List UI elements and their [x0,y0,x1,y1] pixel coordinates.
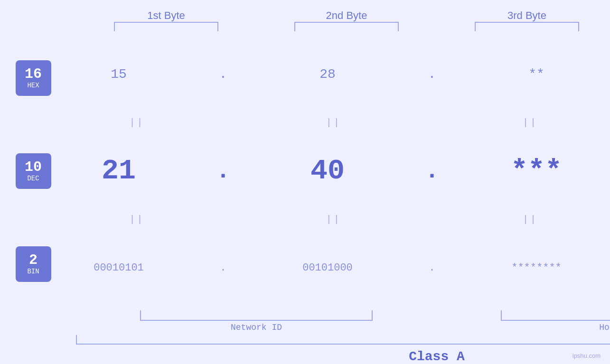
col-header-3: 3rd Byte [475,9,579,22]
bin-badge: 2 BIN [16,246,51,282]
column-headers-row: 1st Byte 2nd Byte 3rd Byte 4th Byte [0,0,610,22]
data-rows: 15 . 28 . ** . ** [66,31,610,310]
dec-badge: 10 DEC [16,153,51,189]
dec-dot-2: . [380,158,484,185]
sep-dec-bin: || || || || [66,214,610,225]
hex-dot-3: . [589,67,610,82]
class-label-container: Class A [76,349,610,364]
rows-section: 16 HEX 10 DEC 2 BIN 15 . [0,31,610,310]
hex-cell-3: ** [484,67,589,82]
bin-cell-2: 00101000 [275,262,380,274]
col-header-1: 1st Byte [114,9,218,22]
hex-dot-2: . [380,67,484,82]
bottom-brackets [76,310,610,321]
dec-cell-3: *** [484,155,589,187]
top-bracket-1 [114,22,218,31]
eq-2: || [282,117,386,128]
dec-dot-1: . [171,158,275,185]
network-id-bracket [140,310,373,321]
bin-cell-3: ******** [484,262,589,274]
eq-3: || [478,117,582,128]
top-brackets [0,22,610,31]
hex-cell-1: 15 [66,67,171,82]
top-bracket-3 [475,22,579,31]
dec-cell-1: 21 [66,155,171,187]
dec-row: 21 . 40 . *** . *** [66,128,610,214]
host-id-label: Host ID [501,323,610,332]
eq-6: || [282,214,386,225]
bottom-section: Network ID Host ID Class A [0,310,610,364]
top-bracket-2 [294,22,399,31]
hex-badge: 16 HEX [16,60,51,96]
hex-dot-1: . [171,67,275,82]
sep-hex-dec: || || || || [66,117,610,128]
bin-dot-3: . [589,262,610,274]
bin-dot-1: . [171,262,275,274]
hex-row: 15 . 28 . ** . ** [66,31,610,117]
bin-dot-2: . [380,262,484,274]
network-id-label: Network ID [140,323,373,332]
dec-dot-3: . [589,158,610,185]
bin-cell-1: 00010101 [66,262,171,274]
base-badges: 16 HEX 10 DEC 2 BIN [0,31,66,310]
id-labels-row: Network ID Host ID [76,323,610,332]
host-id-bracket [501,310,610,321]
hex-cell-2: 28 [275,67,380,82]
eq-1: || [85,117,189,128]
full-bottom-bracket [76,335,610,345]
eq-5: || [85,214,189,225]
watermark: ipshu.com [572,352,601,359]
dec-cell-2: 40 [275,155,380,187]
bin-row: 00010101 . 00101000 . ******** . [66,225,610,310]
page-container: 1st Byte 2nd Byte 3rd Byte 4th Byte 16 H… [0,0,610,364]
class-label: Class A [409,349,465,364]
eq-7: || [478,214,582,225]
col-header-2: 2nd Byte [294,9,399,22]
